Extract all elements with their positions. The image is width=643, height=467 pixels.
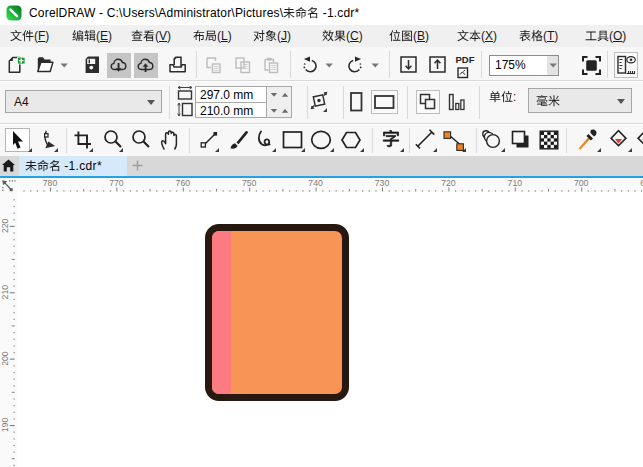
svg-text:770: 770 [109,178,124,188]
svg-text:190: 190 [0,418,10,433]
svg-text:220: 220 [0,218,10,233]
svg-text:750: 750 [242,178,257,188]
svg-text:200: 200 [0,351,10,366]
svg-text:760: 760 [176,178,191,188]
svg-text:700: 700 [574,178,589,188]
svg-text:710: 710 [508,178,523,188]
svg-text:740: 740 [308,178,323,188]
svg-text:780: 780 [43,178,58,188]
svg-text:210: 210 [0,285,10,300]
svg-text:720: 720 [441,178,456,188]
svg-text:730: 730 [375,178,390,188]
